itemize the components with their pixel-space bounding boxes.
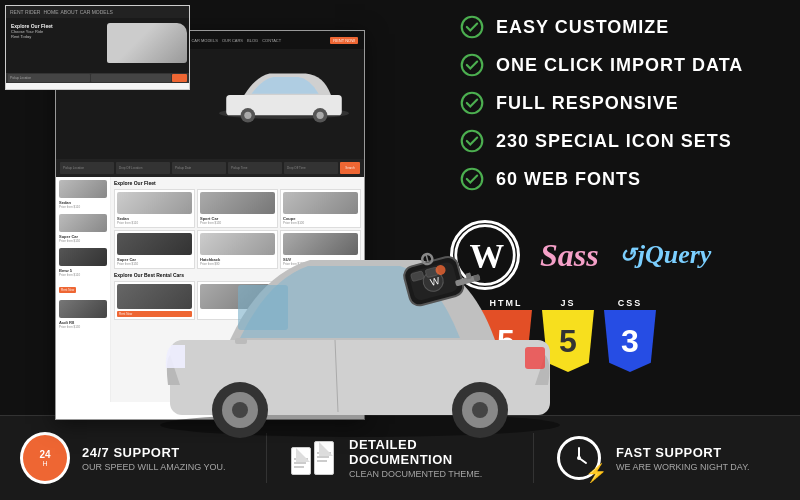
documentation-text: DETAILED DOCUMENTION CLEAN DOCUMENTED TH… <box>349 437 513 479</box>
checkmark-icon-5 <box>460 167 484 191</box>
feature-easy-customize: EASY CUSTOMIZE <box>460 15 780 39</box>
bottom-strip: 24 H 24/7 SUPPORT OUR SPEED WILL AMAZING… <box>0 415 800 500</box>
feature-one-click-import: ONE CLICK IMPORT DATA <box>460 53 780 77</box>
svg-point-40 <box>577 456 581 460</box>
svg-point-5 <box>317 112 324 119</box>
svg-point-31 <box>462 55 483 76</box>
svg-point-3 <box>244 112 251 119</box>
checkmark-icon-4 <box>460 129 484 153</box>
feature-web-fonts: 60 WEB FONTS <box>460 167 780 191</box>
feature-icon-sets: 230 SPECIAL ICON SETS <box>460 129 780 153</box>
js5-badge: JS 5 <box>542 298 594 372</box>
screenshot-rent-btn: RENT NOW <box>330 37 358 44</box>
css3-badge: CSS 3 <box>604 298 656 372</box>
checkmark-icon-1 <box>460 15 484 39</box>
svg-point-34 <box>462 169 483 190</box>
support-text: 24/7 SUPPORT OUR SPEED WILL AMAZING YOU. <box>82 445 226 472</box>
svg-point-30 <box>462 17 483 38</box>
bottom-item-documentation: DETAILED DOCUMENTION CLEAN DOCUMENTED TH… <box>267 433 534 483</box>
bottom-item-support: 24 H 24/7 SUPPORT OUR SPEED WILL AMAZING… <box>0 433 267 483</box>
checkmark-icon-2 <box>460 53 484 77</box>
svg-point-32 <box>462 93 483 114</box>
checkmark-icon-3 <box>460 91 484 115</box>
fast-support-text: FAST SUPPORT WE ARE WORKING NIGHT DAY. <box>616 445 750 472</box>
sass-logo: Sass <box>540 237 599 274</box>
screenshot-search-bar: Pickup Location Drop Off Location Pickup… <box>56 159 364 177</box>
bottom-item-fast-support: ⚡ FAST SUPPORT WE ARE WORKING NIGHT DAY. <box>534 433 800 483</box>
svg-point-33 <box>462 131 483 152</box>
documentation-icon <box>287 433 337 483</box>
jquery-logo: ↺ jQuery <box>619 240 712 270</box>
fast-support-icon: ⚡ <box>554 433 604 483</box>
screenshot-preview-small: RENT RIDER HOMEABOUTCAR MODELS Explore O… <box>5 5 190 90</box>
svg-line-26 <box>426 254 428 262</box>
feature-full-responsive: FULL RESPONSIVE <box>460 91 780 115</box>
support-icon: 24 H <box>20 433 70 483</box>
